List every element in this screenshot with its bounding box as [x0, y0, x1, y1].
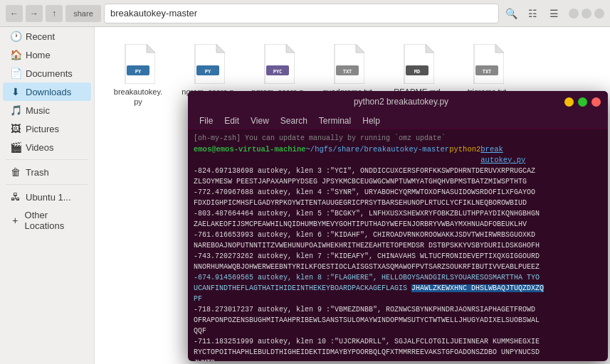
file-icon: PY [191, 44, 225, 84]
terminal-omz-line: [oh-my-zsh] You can update manually by r… [194, 134, 602, 144]
top-bar: ← → ↑ share breakautokey-master 🔍 ☷ ☰ [0, 0, 610, 27]
sidebar-item-home[interactable]: 🏠 Home [3, 46, 91, 64]
terminal-output-line: ZAELAKEOFIJSMCPEAWHILNQIDHUMBYMEVYGOHTIP… [194, 220, 602, 230]
terminal-output-line: -718.273017237 autokey, klen 9 :"VBMEZDN… [194, 305, 602, 315]
prompt-path: ~/hgfs/share/breakautokey-master [306, 144, 450, 165]
svg-text:PY: PY [135, 69, 142, 75]
sidebar-item-label-documents: Documents [26, 68, 73, 79]
sidebar-item-label-home: Home [26, 50, 51, 60]
pictures-icon: 🖼 [10, 123, 21, 134]
share-button[interactable]: share [65, 5, 101, 22]
terminal-menu-item[interactable]: View [245, 116, 275, 126]
downloads-icon: ⬇ [10, 86, 21, 97]
svg-text:TXT: TXT [483, 69, 492, 75]
terminal-window-controls [564, 97, 601, 107]
sidebar-item-music[interactable]: 🎵 Music [3, 101, 91, 119]
sidebar-item-ubuntu[interactable]: 🖧 Ubuntu 1... [3, 188, 91, 206]
terminal-menu-item[interactable]: File [194, 116, 219, 126]
music-icon: 🎵 [10, 105, 21, 116]
sidebar-item-videos[interactable]: 🎬 Videos [3, 138, 91, 156]
breadcrumb-path: breakautokey-master [110, 8, 197, 18]
terminal-output-line: PF [194, 294, 602, 304]
search-button[interactable]: 🔍 [502, 4, 520, 23]
file-icon: MD [400, 44, 434, 84]
terminal-minimize[interactable] [564, 97, 574, 107]
file-icon: TXT [470, 44, 504, 84]
file-icon: PYC [261, 44, 295, 84]
prompt-user: emos@emos-virtual-machine [194, 144, 306, 165]
svg-text:TXT: TXT [343, 69, 352, 75]
terminal-output-line: QQF [194, 326, 602, 336]
sidebar-divider [6, 159, 88, 160]
other-locations-icon: + [10, 215, 21, 226]
sidebar-item-label-pictures: Pictures [26, 124, 59, 134]
terminal-menu-item[interactable]: Terminal [313, 116, 357, 126]
terminal-menu-item[interactable]: Edit [219, 116, 245, 126]
view-toggle-button[interactable]: ☷ [523, 4, 542, 23]
file-icon: TXT [330, 44, 364, 84]
prompt-lang: python2 [449, 144, 480, 165]
menu-button[interactable]: ☰ [545, 4, 563, 23]
documents-icon: 📄 [10, 68, 21, 79]
prompt-cmd: breakautokey.py [480, 144, 525, 165]
forward-button[interactable]: → [26, 5, 43, 22]
terminal-menu: FileEditViewSearchTerminalHelp [188, 112, 608, 129]
terminal-output-line: NNORHUMAWQBJOHWERWEEBNTYRILKFOESTIOCLAIS… [194, 262, 602, 272]
terminal-output-line: FDXDIGHPICMHSFLGADYRPKOYWITENTAUUGEGRICP… [194, 198, 602, 208]
sidebar-item-pictures[interactable]: 🖼 Pictures [3, 119, 91, 138]
terminal-output-line: -711.183251999 autokey, klen 10 :"UJCRKA… [194, 337, 602, 347]
svg-text:PY: PY [205, 69, 211, 75]
sidebar-item-label-trash: Trash [26, 167, 49, 178]
terminal-output-line: ZLSOYMESW PEESTJAPAXANPPYDSEG JPSYKMCBCE… [194, 177, 602, 187]
back-button[interactable]: ← [6, 5, 23, 22]
recent-icon: 🕐 [10, 31, 21, 42]
terminal-window: python2 breakautokey.py FileEditViewSear… [188, 91, 608, 361]
terminal-close[interactable] [591, 97, 601, 107]
ubuntu-icon: 🖧 [10, 191, 21, 203]
svg-text:PYC: PYC [273, 69, 283, 75]
sidebar-item-label-videos: Videos [26, 142, 54, 153]
sidebar-item-other-locations[interactable]: + Other Locations [3, 206, 91, 235]
terminal-output-line: OFRAPONPOZENSBUGHMITAAHPRIBEWLSANSTSULOM… [194, 316, 602, 326]
terminal-body[interactable]: [oh-my-zsh] You can update manually by r… [188, 129, 608, 361]
up-button[interactable]: ↑ [46, 5, 63, 22]
terminal-menu-item[interactable]: Help [357, 116, 386, 126]
terminal-prompt: emos@emos-virtual-machine ~/hgfs/share/b… [194, 144, 602, 165]
sidebar: 🕐 Recent 🏠 Home 📄 Documents ⬇ Downloads … [0, 27, 95, 364]
sidebar-item-recent[interactable]: 🕐 Recent [3, 27, 91, 46]
sidebar-item-label-recent: Recent [26, 31, 55, 42]
terminal-maximize[interactable] [578, 97, 587, 107]
terminal-output-line: -772.470967688 autokey, klen 4 :"SYNR", … [194, 188, 602, 198]
file-name: breakautokey.py [112, 87, 164, 107]
terminal-output-line: UCANFINDTHEFLAGTHATIHIDEINTHEKEYBOARDPAC… [194, 284, 602, 294]
terminal-output-line: -761.616653993 autokey, klen 6 :"KIDAHF"… [194, 230, 602, 240]
window-controls [569, 9, 604, 18]
svg-text:MD: MD [414, 69, 420, 75]
sidebar-item-label-other-locations: Other Locations [25, 210, 84, 231]
maximize-button[interactable] [582, 9, 591, 18]
minimize-button[interactable] [569, 9, 579, 18]
videos-icon: 🎬 [10, 141, 21, 153]
sidebar-item-label-music: Music [26, 105, 50, 116]
trash-icon: 🗑 [10, 166, 21, 178]
home-icon: 🏠 [10, 49, 21, 60]
terminal-output-line: -803.487664464 autokey, klen 5 :"BCGKY",… [194, 209, 602, 219]
sidebar-item-documents[interactable]: 📄 Documents [3, 64, 91, 82]
file-item[interactable]: PY breakautokey.py [106, 38, 170, 113]
terminal-output-line: RYCTOPOITHAPHLEBULDTHIGHEIDEKTIDMAYBYPOO… [194, 348, 602, 358]
sidebar-item-label-downloads: Downloads [26, 87, 71, 97]
terminal-output-line: -824.697138698 autokey, klen 3 :"YCI", O… [194, 166, 602, 176]
terminal-output-line: -743.720273262 autokey, klen 7 :"KIDEAFY… [194, 252, 602, 262]
close-button[interactable] [594, 9, 604, 18]
terminal-menu-item[interactable]: Search [275, 116, 313, 126]
terminal-output-line: -674.914569565 autokey, klen 8 :"FLAGHER… [194, 273, 602, 283]
terminal-output-line: JVMTB [194, 358, 602, 361]
terminal-title: python2 breakautokey.py [238, 97, 564, 107]
sidebar-item-trash[interactable]: 🗑 Trash [3, 163, 91, 181]
sidebar-item-downloads[interactable]: ⬇ Downloads [3, 82, 91, 101]
sidebar-item-label-ubuntu: Ubuntu 1... [26, 192, 71, 203]
sidebar-divider-2 [6, 184, 88, 185]
terminal-output-line: NAREBOAJNOPUTNNTITZVWEHUNUPOAIWHEKHRITHE… [194, 241, 602, 251]
file-icon: PY [121, 44, 155, 84]
terminal-titlebar: python2 breakautokey.py [188, 91, 608, 112]
